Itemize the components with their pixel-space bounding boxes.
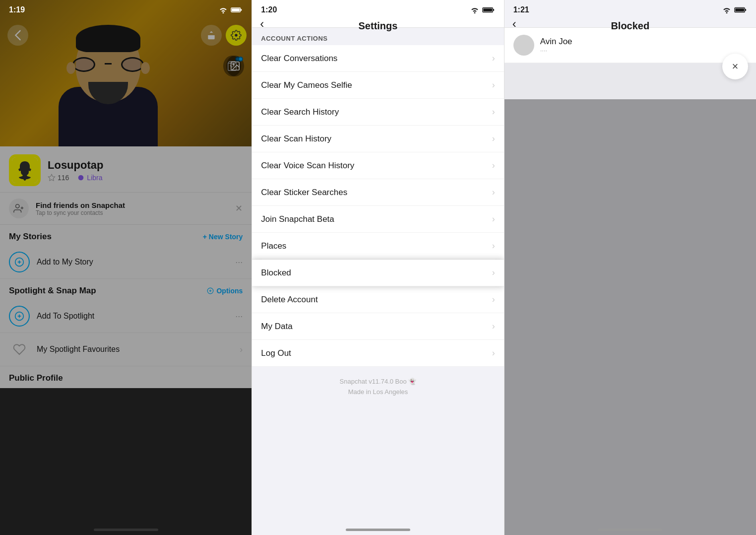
panel-blocked: 1:21 ‹ Blocked Avin Joe ···· ×	[504, 0, 756, 535]
profile-meta: 116 Libra	[48, 174, 103, 182]
find-friends-close[interactable]: ✕	[235, 203, 243, 214]
chevron-icon: ›	[492, 214, 495, 224]
svg-rect-21	[493, 9, 494, 11]
heart-icon	[9, 339, 30, 360]
blocked-chevron-icon: ›	[492, 268, 495, 278]
find-friends-bar[interactable]: Find friends on Snapchat Tap to sync you…	[0, 193, 252, 225]
battery-icon-p2	[482, 6, 495, 13]
home-indicator-panel2	[346, 529, 410, 531]
settings-item-text: My Data	[261, 322, 292, 332]
zodiac-label: Libra	[87, 174, 102, 182]
close-modal-button[interactable]: ×	[722, 54, 748, 79]
blocked-user-item[interactable]: Avin Joe ····	[504, 28, 756, 63]
settings-item-join-beta[interactable]: Join Snapchat Beta ›	[252, 206, 504, 233]
settings-button[interactable]	[226, 25, 247, 46]
settings-item-clear-conversations[interactable]: Clear Conversations ›	[252, 45, 504, 72]
add-to-spotlight-item[interactable]: Add To Spotlight ···	[0, 300, 252, 333]
snapcode[interactable]	[9, 154, 41, 186]
blocked-user-name: Avin Joe	[540, 37, 572, 47]
settings-list: Clear Conversations › Clear My Cameos Se…	[252, 45, 504, 367]
chevron-icon: ›	[492, 53, 495, 64]
settings-item-text: Clear My Cameos Selfie	[261, 80, 352, 90]
back-button[interactable]	[7, 25, 28, 46]
chevron-icon: ›	[492, 107, 495, 117]
settings-footer-line2: Made in Los Angeles	[261, 387, 495, 398]
chevron-icon: ›	[492, 80, 495, 90]
settings-item-text: Clear Sticker Searches	[261, 188, 347, 198]
settings-item-text: Clear Search History	[261, 107, 339, 117]
chevron-icon: ›	[492, 348, 495, 358]
settings-item-log-out[interactable]: Log Out ›	[252, 340, 504, 367]
settings-item-blocked[interactable]: Blocked ›	[252, 260, 504, 286]
my-stories-header: My Stories + New Story	[0, 225, 252, 246]
my-spotlight-favourites-item[interactable]: My Spotlight Favourites ›	[0, 333, 252, 366]
public-profile-section: Public Profile	[0, 366, 252, 388]
spotlight-options-label: Options	[216, 287, 243, 295]
settings-item-text: Join Snapchat Beta	[261, 214, 334, 224]
settings-item-clear-voice-scan[interactable]: Clear Voice Scan History ›	[252, 152, 504, 179]
svg-point-7	[78, 175, 84, 181]
share-button[interactable]	[201, 25, 222, 46]
public-profile-title: Public Profile	[9, 373, 63, 383]
find-friends-icon	[9, 199, 29, 218]
gallery-button[interactable]	[226, 56, 244, 76]
profile-info: Losupotap 116 Libra	[48, 159, 103, 182]
my-stories-title: My Stories	[9, 232, 52, 242]
chevron-icon: ›	[492, 160, 495, 171]
status-time-panel2: 1:20	[261, 5, 277, 14]
settings-item-clear-scan[interactable]: Clear Scan History ›	[252, 126, 504, 152]
wifi-icon	[219, 6, 228, 13]
chevron-icon: ›	[492, 134, 495, 144]
status-bar-panel1: 1:19	[0, 0, 252, 20]
spotlight-title: Spotlight & Snap Map	[9, 286, 96, 296]
battery-icon	[231, 6, 243, 13]
score-value: 116	[58, 174, 69, 182]
settings-item-places[interactable]: Places ›	[252, 233, 504, 260]
zodiac: Libra	[77, 174, 102, 182]
close-icon: ×	[732, 60, 739, 73]
panel-settings: 1:20 ‹ Settings ACCOUNT ACTIONS Clear Co…	[252, 0, 504, 535]
settings-item-clear-cameos[interactable]: Clear My Cameos Selfie ›	[252, 72, 504, 99]
my-story-dots[interactable]: ···	[235, 257, 243, 268]
my-story-icon	[9, 252, 30, 272]
svg-rect-2	[232, 8, 240, 11]
settings-item-clear-search[interactable]: Clear Search History ›	[252, 99, 504, 126]
settings-item-blocked-text: Blocked	[261, 268, 291, 278]
settings-item-my-data[interactable]: My Data ›	[252, 313, 504, 340]
my-spotlight-favourites-label: My Spotlight Favourites	[37, 345, 233, 354]
wifi-icon-p3	[722, 6, 731, 13]
settings-item-delete-account[interactable]: Delete Account ›	[252, 286, 504, 313]
svg-point-8	[16, 204, 19, 208]
chevron-icon: ›	[492, 294, 495, 305]
status-icons-panel2	[470, 6, 495, 13]
status-bar-panel3: 1:21	[504, 0, 756, 20]
battery-icon-p3	[734, 6, 747, 13]
new-story-button[interactable]: + New Story	[203, 233, 243, 241]
username: Losupotap	[48, 159, 103, 172]
settings-title: Settings	[359, 20, 398, 32]
add-to-my-story-label: Add to My Story	[37, 258, 228, 267]
status-time-panel3: 1:21	[513, 5, 529, 14]
status-time-panel1: 1:19	[9, 5, 25, 14]
blocked-title: Blocked	[611, 20, 649, 32]
home-indicator-panel1	[94, 529, 158, 531]
find-friends-title: Find friends on Snapchat	[36, 201, 228, 209]
spotlight-options-button[interactable]: Options	[207, 287, 243, 295]
svg-rect-1	[241, 9, 242, 10]
status-icons-panel3	[722, 6, 747, 13]
chevron-icon: ›	[492, 241, 495, 251]
svg-point-5	[233, 64, 235, 65]
find-friends-sub: Tap to sync your contacts	[36, 209, 228, 216]
svg-rect-25	[735, 8, 744, 12]
profile-section: Losupotap 116 Libra	[0, 146, 252, 193]
panel-profile: 1:19	[0, 0, 252, 535]
gallery-badge	[238, 57, 243, 62]
dim-overlay-panel3	[504, 99, 756, 535]
blocked-user-sub: ····	[540, 47, 572, 54]
chevron-icon: ›	[492, 321, 495, 332]
settings-item-text: Places	[261, 241, 286, 251]
add-to-my-story-item[interactable]: Add to My Story ···	[0, 246, 252, 279]
spotlight-dots[interactable]: ···	[235, 311, 243, 322]
settings-item-clear-sticker[interactable]: Clear Sticker Searches ›	[252, 179, 504, 206]
bitmoji-character	[54, 17, 163, 146]
